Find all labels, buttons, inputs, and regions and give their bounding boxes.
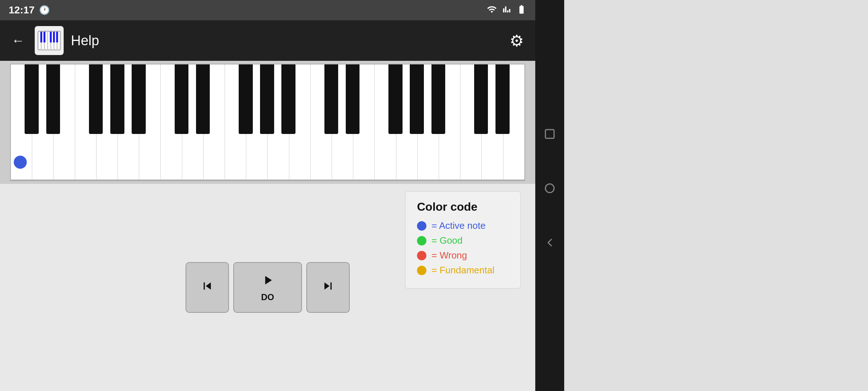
wifi-icon: [487, 4, 497, 16]
legend-good: = Good: [417, 235, 509, 246]
status-alarm-icon: 🕐: [39, 5, 50, 15]
black-key[interactable]: [132, 64, 145, 134]
prev-icon: [200, 279, 214, 297]
legend-active-note: = Active note: [417, 220, 509, 231]
android-nav-sidebar: [535, 0, 564, 391]
piano-container: [0, 61, 535, 184]
controls-area: DO Color code = Active note = Good = Wro…: [0, 184, 535, 391]
active-note-dot: [14, 156, 27, 169]
piano-keyboard[interactable]: [10, 64, 525, 181]
color-code-legend: Color code = Active note = Good = Wrong …: [405, 191, 521, 289]
active-note-label: = Active note: [431, 220, 486, 231]
signal-icon: [503, 4, 511, 16]
svg-rect-12: [56, 32, 58, 43]
wrong-color: [417, 251, 426, 260]
back-button[interactable]: ←: [9, 30, 27, 51]
android-home-button[interactable]: [541, 179, 559, 197]
app-title: Help: [71, 33, 499, 49]
good-label: = Good: [431, 235, 463, 246]
good-color: [417, 236, 426, 245]
svg-point-14: [545, 184, 554, 193]
android-back-button[interactable]: [541, 234, 559, 252]
black-key[interactable]: [346, 64, 359, 134]
android-recent-button[interactable]: [541, 125, 559, 143]
black-key[interactable]: [388, 64, 402, 134]
black-key[interactable]: [410, 64, 424, 134]
svg-rect-10: [50, 32, 52, 43]
app-bar: ← Help ⚙: [0, 20, 535, 61]
play-icon: [260, 273, 275, 291]
active-note-color: [417, 221, 426, 231]
black-key[interactable]: [474, 64, 488, 134]
black-key[interactable]: [324, 64, 338, 134]
svg-rect-9: [43, 32, 45, 43]
black-key[interactable]: [431, 64, 445, 134]
playback-controls: DO: [186, 262, 350, 313]
note-label: DO: [261, 292, 274, 302]
svg-rect-13: [545, 130, 554, 138]
legend-wrong: = Wrong: [417, 250, 509, 261]
app-icon: [35, 26, 64, 55]
black-key[interactable]: [281, 64, 295, 134]
black-key[interactable]: [196, 64, 210, 134]
legend-fundamental: = Fundamental: [417, 265, 509, 276]
black-key[interactable]: [495, 64, 509, 134]
svg-rect-8: [41, 32, 42, 43]
prev-button[interactable]: [186, 262, 229, 313]
svg-rect-11: [53, 32, 55, 43]
black-key[interactable]: [25, 64, 38, 134]
black-key[interactable]: [175, 64, 188, 134]
black-key[interactable]: [260, 64, 274, 134]
wrong-label: = Wrong: [431, 250, 467, 261]
status-time: 12:17: [9, 4, 35, 16]
next-button[interactable]: [306, 262, 350, 313]
status-bar: 12:17 🕐: [0, 0, 535, 20]
play-button[interactable]: DO: [233, 262, 302, 313]
black-key[interactable]: [46, 64, 60, 134]
black-key[interactable]: [89, 64, 103, 134]
black-key[interactable]: [110, 64, 124, 134]
color-code-title: Color code: [417, 200, 509, 214]
fundamental-color: [417, 266, 426, 275]
black-key[interactable]: [239, 64, 252, 134]
fundamental-label: = Fundamental: [431, 265, 494, 276]
battery-icon: [516, 4, 527, 16]
next-icon: [321, 279, 335, 297]
settings-button[interactable]: ⚙: [507, 29, 527, 53]
